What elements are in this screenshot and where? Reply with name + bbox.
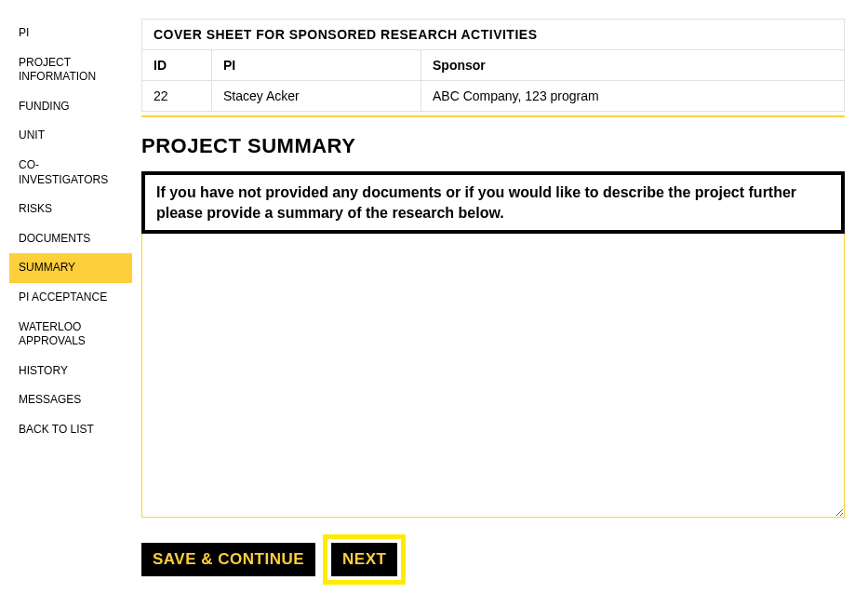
sidebar-item-summary[interactable]: SUMMARY <box>9 253 132 283</box>
cell-sponsor: ABC Company, 123 program <box>421 81 845 112</box>
cell-pi: Stacey Acker <box>212 81 421 112</box>
cover-sheet-title: COVER SHEET FOR SPONSORED RESEARCH ACTIV… <box>142 20 845 50</box>
main-content: COVER SHEET FOR SPONSORED RESEARCH ACTIV… <box>141 19 859 585</box>
col-header-pi: PI <box>212 50 421 81</box>
sidebar-item-project-information[interactable]: PROJECT INFORMATION <box>9 48 132 92</box>
sidebar-item-documents[interactable]: DOCUMENTS <box>9 224 132 254</box>
cover-sheet-table: COVER SHEET FOR SPONSORED RESEARCH ACTIV… <box>141 19 845 112</box>
next-button[interactable]: NEXT <box>331 543 397 576</box>
col-header-id: ID <box>142 50 212 81</box>
sidebar-item-back-to-list[interactable]: BACK TO LIST <box>9 415 132 445</box>
sidebar-item-messages[interactable]: MESSAGES <box>9 385 132 415</box>
summary-textarea[interactable] <box>141 234 845 518</box>
sidebar-item-pi-acceptance[interactable]: PI ACCEPTANCE <box>9 283 132 313</box>
col-header-sponsor: Sponsor <box>421 50 845 81</box>
sidebar-item-unit[interactable]: UNIT <box>9 121 132 151</box>
save-continue-button[interactable]: SAVE & CONTINUE <box>141 543 315 576</box>
button-row: SAVE & CONTINUE NEXT <box>141 534 845 585</box>
divider <box>141 115 845 117</box>
section-heading: PROJECT SUMMARY <box>141 134 845 158</box>
table-row: 22 Stacey Acker ABC Company, 123 program <box>142 81 845 112</box>
sidebar-nav: PI PROJECT INFORMATION FUNDING UNIT CO-I… <box>9 19 132 585</box>
sidebar-item-pi[interactable]: PI <box>9 19 132 48</box>
cell-id: 22 <box>142 81 212 112</box>
instruction-box: If you have not provided any documents o… <box>141 171 845 234</box>
sidebar-item-waterloo-approvals[interactable]: WATERLOO APPROVALS <box>9 313 132 357</box>
sidebar-item-co-investigators[interactable]: CO-INVESTIGATORS <box>9 151 132 195</box>
sidebar-item-funding[interactable]: FUNDING <box>9 92 132 122</box>
next-highlight: NEXT <box>323 534 406 585</box>
sidebar-item-risks[interactable]: RISKS <box>9 195 132 224</box>
sidebar-item-history[interactable]: HISTORY <box>9 357 132 386</box>
